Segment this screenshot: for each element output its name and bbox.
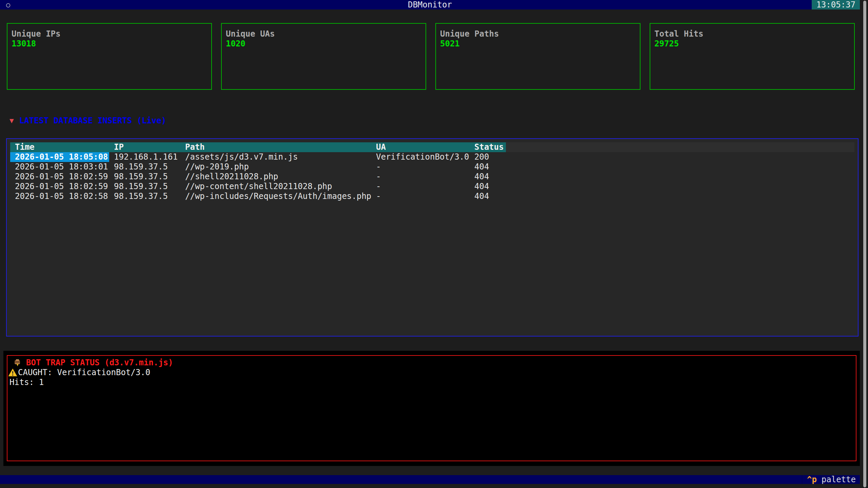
stat-value: 13018 [12, 39, 211, 49]
table-cell[interactable]: 404 [470, 182, 506, 191]
stats-row: Unique IPs 13018 Unique UAs 1020 Unique … [7, 23, 855, 90]
bot-trap-caught-text: CAUGHT: VerificationBot/3.0 [18, 368, 150, 378]
honeypot-icon [13, 358, 22, 367]
header-bar: ○ DBMonitor 13:05:37 [0, 0, 860, 9]
stat-value: 1020 [226, 39, 426, 49]
table-cell[interactable]: /assets/js/d3.v7.min.js [180, 152, 371, 162]
column-header-ua[interactable]: UA [371, 142, 470, 152]
table-cell[interactable]: 404 [470, 191, 506, 201]
table-cell[interactable]: 2026-01-05 18:02:59 [10, 182, 109, 191]
stat-value: 5021 [440, 39, 640, 49]
stat-box-unique-uas: Unique UAs 1020 [221, 23, 426, 90]
footer-action[interactable]: palette [822, 475, 856, 484]
section-title: LATEST DATABASE INSERTS (Live) [19, 116, 166, 126]
table-cell[interactable]: 2026-01-05 18:03:01 [10, 162, 109, 172]
bot-trap-title: BOT TRAP STATUS (d3.v7.min.js) [26, 358, 173, 368]
table-cell[interactable]: 98.159.37.5 [109, 162, 180, 172]
footer-bar: ^p palette [0, 475, 860, 484]
stat-box-unique-paths: Unique Paths 5021 [435, 23, 640, 90]
column-header-status[interactable]: Status [470, 142, 506, 152]
table-cell[interactable]: 404 [470, 162, 506, 172]
bot-trap-title-row: BOT TRAP STATUS (d3.v7.min.js) [13, 358, 856, 368]
bot-trap-border-box: BOT TRAP STATUS (d3.v7.min.js) CAUGHT: V… [7, 355, 856, 461]
table-body: 2026-01-05 18:05:08192.168.1.161/assets/… [10, 152, 858, 201]
table-cell[interactable]: //wp-includes/Requests/Auth/images.php [180, 191, 371, 201]
table-cell[interactable]: - [371, 162, 470, 172]
table-row[interactable]: 2026-01-05 18:05:08192.168.1.161/assets/… [10, 152, 858, 162]
table-cell[interactable]: 98.159.37.5 [109, 172, 180, 182]
table-cell[interactable]: 2026-01-05 18:02:58 [10, 191, 109, 201]
header-filler [506, 142, 854, 152]
table-cell[interactable]: //wp-content/shell20211028.php [180, 182, 371, 191]
table-header-row: Time IP Path UA Status [10, 142, 854, 152]
table-row[interactable]: 2026-01-05 18:02:5998.159.37.5//wp-conte… [10, 182, 858, 191]
column-header-path[interactable]: Path [180, 142, 371, 152]
column-header-time[interactable]: Time [10, 142, 109, 152]
column-header-ip[interactable]: IP [109, 142, 180, 152]
stat-label: Unique UAs [226, 29, 426, 39]
scrollbar[interactable] [860, 0, 868, 488]
footer-key[interactable]: ^p [807, 475, 817, 484]
table-cell[interactable]: 2026-01-05 18:02:59 [10, 172, 109, 182]
inserts-table-panel[interactable]: Time IP Path UA Status 2026-01-05 18:05:… [6, 138, 859, 337]
bot-trap-hits: Hits: 1 [9, 378, 856, 387]
palette-keybinding[interactable]: ^p palette [802, 475, 860, 484]
table-cell[interactable]: 98.159.37.5 [109, 182, 180, 191]
table-cell[interactable]: //wp-2019.php [180, 162, 371, 172]
stat-box-unique-ips: Unique IPs 13018 [7, 23, 212, 90]
stat-label: Unique Paths [440, 29, 640, 39]
table-cell[interactable]: VerificationBot/3.0 [371, 152, 470, 162]
table-cell[interactable]: - [371, 182, 470, 191]
stat-box-total-hits: Total Hits 29725 [650, 23, 855, 90]
table-cell[interactable]: - [371, 172, 470, 182]
collapse-arrow-icon[interactable]: ▼ [9, 116, 14, 126]
bot-trap-panel: BOT TRAP STATUS (d3.v7.min.js) CAUGHT: V… [3, 351, 860, 466]
table-row[interactable]: 2026-01-05 18:03:0198.159.37.5//wp-2019.… [10, 162, 858, 172]
table-row[interactable]: 2026-01-05 18:02:5898.159.37.5//wp-inclu… [10, 191, 858, 201]
table-cell[interactable]: //shell20211028.php [180, 172, 371, 182]
collapsible-header-latest-inserts[interactable]: ▼ LATEST DATABASE INSERTS (Live) [9, 116, 166, 126]
table-cell[interactable]: 404 [470, 172, 506, 182]
app-title: DBMonitor [0, 0, 860, 9]
table-cell[interactable]: 98.159.37.5 [109, 191, 180, 201]
table-cell[interactable]: 192.168.1.161 [109, 152, 180, 162]
table-cell[interactable]: 2026-01-05 18:05:08 [10, 152, 109, 162]
scrollbar-thumb[interactable] [863, 1, 866, 487]
dbmonitor-app: ○ DBMonitor 13:05:37 Unique IPs 13018 Un… [0, 0, 868, 488]
stat-label: Unique IPs [12, 29, 211, 39]
warning-icon [8, 368, 17, 377]
stat-value: 29725 [654, 39, 854, 49]
stat-label: Total Hits [654, 29, 854, 39]
table-row[interactable]: 2026-01-05 18:02:5998.159.37.5//shell202… [10, 172, 858, 182]
table-cell[interactable]: 200 [470, 152, 506, 162]
bot-trap-caught-row: CAUGHT: VerificationBot/3.0 [8, 368, 856, 378]
table-cell[interactable]: - [371, 191, 470, 201]
